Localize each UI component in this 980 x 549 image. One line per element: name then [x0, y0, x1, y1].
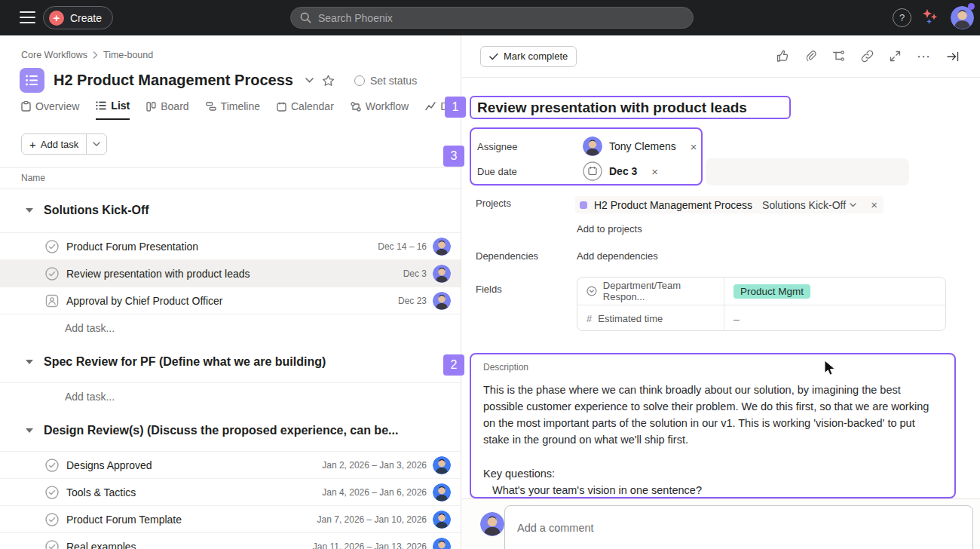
tab-workflow[interactable]: Workflow	[351, 100, 409, 119]
field-empty-value: –	[733, 313, 740, 325]
plus-icon: +	[49, 11, 64, 26]
link-icon[interactable]	[861, 50, 874, 63]
approval-icon[interactable]	[45, 294, 59, 308]
ai-sparkles-icon[interactable]	[920, 9, 939, 26]
chevron-down-icon[interactable]	[305, 78, 314, 83]
fields-table: Department/Team Respon... Product Mgmt #…	[577, 277, 946, 331]
due-date-value[interactable]: Dec 3 ×	[583, 161, 658, 181]
project-section-picker[interactable]: Solutions Kick-Off	[762, 199, 856, 211]
add-task-dropdown[interactable]	[86, 134, 106, 154]
project-header: H2 Product Management Process Set status	[20, 68, 417, 93]
search-input[interactable]: Search Phoenix	[290, 7, 694, 29]
check-circle-icon[interactable]	[45, 513, 59, 526]
task-row[interactable]: Product Forum Presentation Dec 14 – 16	[0, 233, 461, 260]
tab-workflow-label: Workflow	[366, 100, 409, 112]
section-spec-review[interactable]: Spec Review for PF (Define what we are b…	[0, 342, 461, 383]
task-date: Jan 11, 2026 – Jan 13, 2026	[313, 541, 427, 549]
task-list: Solutions Kick-Off Product Forum Present…	[0, 189, 461, 549]
top-bar: + Create Search Phoenix ?	[0, 0, 980, 35]
assignee-avatar	[433, 456, 451, 474]
task-row[interactable]: Product Forum Template Jan 7, 2026 – Jan…	[0, 506, 461, 533]
set-status-button[interactable]: Set status	[354, 75, 417, 87]
task-date: Dec 3	[403, 268, 427, 279]
check-circle-icon[interactable]	[45, 486, 59, 499]
project-list-icon[interactable]	[20, 68, 44, 93]
attachment-icon[interactable]	[805, 50, 816, 63]
collapse-triangle-icon	[26, 208, 33, 213]
task-date: Dec 14 – 16	[378, 241, 427, 252]
annotation-badge-1: 1	[445, 97, 466, 118]
close-panel-icon[interactable]	[947, 51, 959, 62]
assignee-avatar	[433, 265, 451, 283]
create-button[interactable]: + Create	[43, 6, 113, 29]
assignee-label: Assignee	[477, 141, 583, 152]
add-dependencies-link[interactable]: Add dependencies	[577, 250, 658, 262]
department-chip[interactable]: Product Mgmt	[733, 284, 810, 299]
overview-icon	[21, 101, 31, 112]
remove-due-date-icon[interactable]: ×	[651, 165, 658, 178]
field-name-cell[interactable]: Department/Team Respon...	[577, 278, 724, 305]
add-task-label: Add task	[41, 139, 79, 150]
hamburger-menu-icon[interactable]	[20, 11, 35, 23]
project-color-dot	[580, 201, 587, 209]
field-name-cell[interactable]: # Estimated time	[577, 305, 724, 331]
task-row[interactable]: Tools & Tactics Jan 4, 2026 – Jan 6, 202…	[0, 479, 461, 506]
tab-board[interactable]: Board	[146, 100, 188, 119]
assignee-avatar	[433, 483, 451, 501]
check-circle-icon[interactable]	[45, 540, 59, 549]
comment-bar: Add a comment	[462, 498, 980, 549]
field-value-cell[interactable]: Product Mgmt	[724, 284, 945, 299]
add-task-inline[interactable]: Add task...	[0, 314, 461, 342]
tab-list[interactable]: List	[96, 100, 130, 120]
task-name: Review presentation with product leads	[66, 268, 250, 280]
tab-calendar[interactable]: Calendar	[277, 100, 334, 119]
breadcrumb-core-workflows[interactable]: Core Workflows	[21, 50, 87, 60]
check-circle-icon[interactable]	[45, 459, 59, 472]
task-date: Dec 23	[398, 296, 427, 306]
project-section-name: Solutions Kick-Off	[762, 199, 846, 211]
assignee-avatar	[433, 292, 451, 310]
asana-app: + Create Search Phoenix ? Core Workflows	[0, 0, 980, 549]
chevron-down-icon	[93, 142, 100, 146]
check-circle-icon[interactable]	[45, 240, 59, 253]
task-row[interactable]: Designs Approved Jan 2, 2026 – Jan 3, 20…	[0, 452, 461, 479]
task-name: Product Forum Presentation	[66, 241, 198, 253]
comment-input[interactable]: Add a comment	[504, 505, 973, 549]
remove-project-icon[interactable]: ×	[871, 198, 877, 211]
chevron-down-icon	[850, 203, 856, 207]
section-design-reviews[interactable]: Design Review(s) (Discuss the proposed e…	[0, 410, 461, 452]
add-task-button[interactable]: + Add task	[21, 133, 107, 155]
set-status-label: Set status	[370, 75, 417, 87]
add-task-inline[interactable]: Add task...	[0, 383, 461, 410]
add-to-projects-link[interactable]: Add to projects	[577, 223, 642, 235]
annotation-badge-3: 3	[443, 146, 464, 167]
task-date: Jan 4, 2026 – Jan 6, 2026	[322, 487, 427, 498]
more-options-icon[interactable]: ⋯	[917, 53, 931, 60]
subtasks-icon[interactable]	[832, 51, 845, 62]
description-paragraph: This is the phase where we can think bro…	[483, 382, 942, 448]
help-button[interactable]: ?	[893, 8, 911, 27]
task-title-field[interactable]: Review presentation with product leads	[470, 96, 791, 119]
field-value-cell[interactable]: –	[724, 313, 945, 325]
assignee-avatar	[433, 538, 451, 549]
tab-timeline[interactable]: Timeline	[206, 100, 260, 119]
mark-complete-button[interactable]: Mark complete	[480, 46, 577, 67]
assignee-value[interactable]: Tony Clemens ×	[583, 136, 697, 156]
task-date: Jan 2, 2026 – Jan 3, 2026	[322, 460, 427, 471]
expand-icon[interactable]	[890, 51, 901, 62]
task-row[interactable]: Real examples Jan 11, 2026 – Jan 13, 202…	[0, 533, 461, 549]
tab-calendar-label: Calendar	[291, 100, 334, 112]
task-row-selected[interactable]: Review presentation with product leads D…	[0, 260, 461, 287]
page-title: H2 Product Management Process	[54, 72, 293, 89]
breadcrumb-time-bound[interactable]: Time-bound	[103, 50, 153, 60]
description-field[interactable]: Description This is the phase where we c…	[470, 353, 956, 498]
section-solutions-kickoff[interactable]: Solutions Kick-Off	[0, 189, 461, 233]
field-row-department: Department/Team Respon... Product Mgmt	[577, 278, 945, 305]
project-assignment[interactable]: H2 Product Management Process Solutions …	[575, 196, 884, 213]
check-circle-icon[interactable]	[45, 267, 59, 281]
star-icon[interactable]	[322, 75, 335, 87]
task-row[interactable]: Approval by Chief Product Officer Dec 23	[0, 287, 461, 314]
like-icon[interactable]	[776, 50, 789, 63]
tab-overview[interactable]: Overview	[21, 100, 79, 119]
remove-assignee-icon[interactable]: ×	[691, 140, 697, 153]
